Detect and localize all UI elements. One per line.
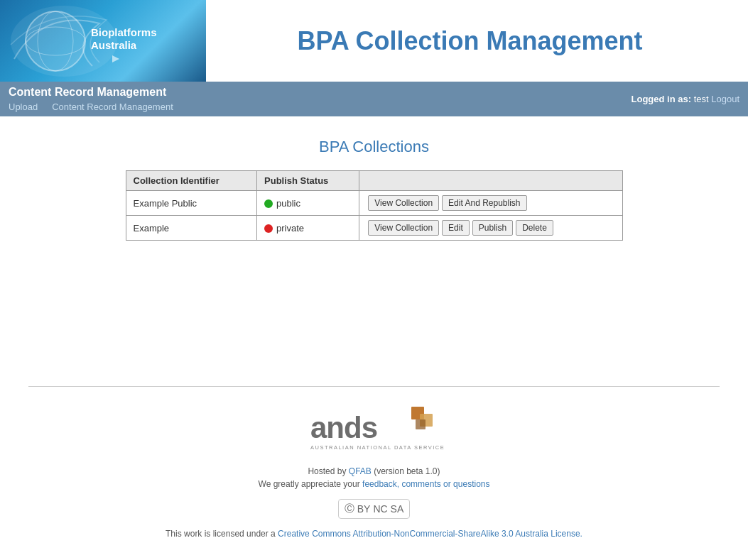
action-btn-edit[interactable]: Edit: [442, 220, 470, 236]
feedback-link[interactable]: feedback, comments or questions: [362, 479, 489, 489]
action-btn-publish[interactable]: Publish: [472, 220, 513, 236]
username: test: [694, 94, 709, 104]
qfab-link[interactable]: QFAB: [349, 466, 372, 476]
table-row: ExampleprivateView CollectionEditPublish…: [126, 216, 622, 241]
cc-icon-by: BY: [357, 503, 371, 515]
svg-point-1: [26, 11, 85, 71]
footer: ands AUSTRALIAN NATIONAL DATA SERVICE Ho…: [0, 387, 748, 556]
col-actions: [359, 171, 622, 191]
svg-marker-6: [112, 55, 119, 62]
svg-rect-10: [416, 419, 426, 429]
collection-status-cell: private: [257, 216, 359, 241]
page-heading: BPA Collections: [14, 138, 734, 156]
license-link[interactable]: Creative Commons Attribution-NonCommerci…: [278, 529, 582, 539]
table-header-row: Collection Identifier Publish Status: [126, 171, 622, 191]
nav-section-title: Content Record Management: [9, 86, 173, 99]
status-dot-icon: [264, 224, 273, 233]
svg-text:Bioplatforms: Bioplatforms: [91, 26, 157, 38]
status-dot-icon: [264, 199, 273, 208]
svg-text:ands: ands: [310, 411, 377, 444]
status-text: public: [276, 198, 300, 209]
footer-hosted-by: Hosted by QFAB (version beta 1.0): [14, 466, 734, 476]
nav-right: Logged in as: test Logout: [632, 94, 739, 104]
collection-actions-cell: View CollectionEditPublishDelete: [359, 216, 622, 241]
header: Bioplatforms Australia BPA Collection Ma…: [0, 0, 748, 82]
logo-area: Bioplatforms Australia: [0, 0, 206, 82]
cc-badge: Ⓒ BY NC SA: [338, 499, 411, 519]
ands-svg: ands AUSTRALIAN NATIONAL DATA SERVICE: [303, 401, 445, 454]
nav-upload-link[interactable]: Upload: [9, 101, 38, 112]
collection-name-cell: Example Public: [126, 191, 257, 216]
collection-name-cell: Example: [126, 216, 257, 241]
svg-text:Australia: Australia: [91, 39, 137, 51]
col-publish-status: Publish Status: [257, 171, 359, 191]
cc-badge-wrap: Ⓒ BY NC SA: [14, 495, 734, 523]
logout-link[interactable]: Logout: [711, 94, 739, 104]
collections-table: Collection Identifier Publish Status Exa…: [126, 170, 623, 241]
action-btn-view-collection[interactable]: View Collection: [368, 220, 439, 236]
logged-in-label: Logged in as:: [632, 94, 694, 104]
action-btn-edit-and-republish[interactable]: Edit And Republish: [442, 195, 526, 211]
footer-license: This work is licensed under a Creative C…: [14, 529, 734, 539]
site-title: BPA Collection Management: [206, 26, 748, 56]
ands-logo: ands AUSTRALIAN NATIONAL DATA SERVICE: [303, 401, 445, 456]
nav-left: Content Record Management Upload Content…: [9, 86, 173, 112]
action-btn-view-collection[interactable]: View Collection: [368, 195, 439, 211]
nav-content-record-link[interactable]: Content Record Management: [52, 101, 173, 112]
cc-icon-nc: NC: [373, 503, 387, 515]
col-collection-identifier: Collection Identifier: [126, 171, 257, 191]
svg-text:AUSTRALIAN NATIONAL DATA SERVI: AUSTRALIAN NATIONAL DATA SERVICE: [310, 444, 445, 451]
main-content: BPA Collections Collection Identifier Pu…: [0, 116, 748, 386]
logo-svg: Bioplatforms Australia: [7, 2, 199, 80]
collection-status-cell: public: [257, 191, 359, 216]
cc-icon-sa: SA: [391, 503, 404, 515]
table-row: Example PublicpublicView CollectionEdit …: [126, 191, 622, 216]
cc-icon-c: Ⓒ: [345, 503, 354, 515]
collection-actions-cell: View CollectionEdit And Republish: [359, 191, 622, 216]
nav-links: Upload Content Record Management: [9, 101, 173, 112]
action-btn-delete[interactable]: Delete: [516, 220, 553, 236]
footer-feedback: We greatly appreciate your feedback, com…: [14, 479, 734, 489]
status-text: private: [276, 223, 304, 234]
nav-bar: Content Record Management Upload Content…: [0, 82, 748, 116]
